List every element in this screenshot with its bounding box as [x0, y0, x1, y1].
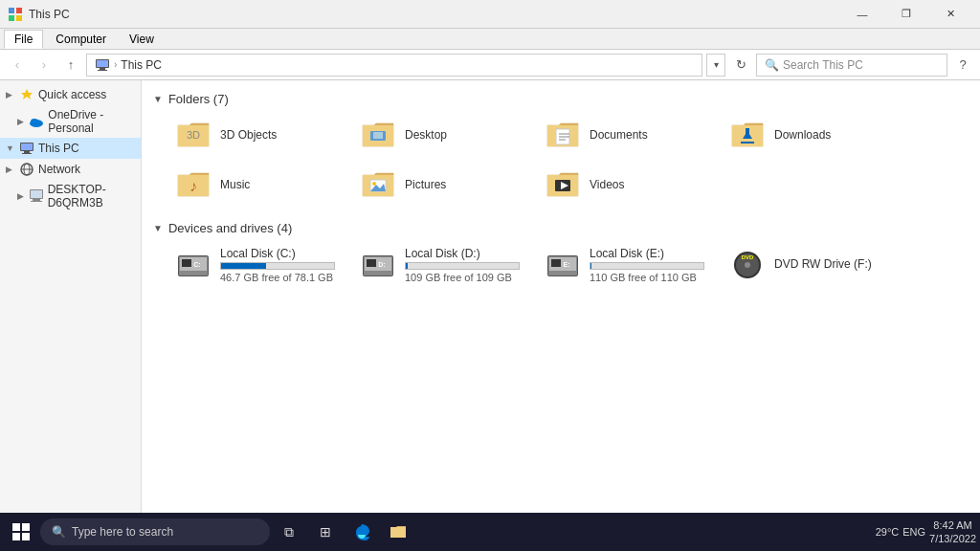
- folder-icon-pictures: [359, 167, 397, 202]
- forward-button[interactable]: ›: [33, 54, 56, 77]
- drives-chevron[interactable]: ▼: [153, 223, 163, 233]
- title-text: This PC: [29, 8, 70, 21]
- folders-section-header: ▼ Folders (7): [153, 92, 969, 106]
- ribbon: File Computer View: [0, 29, 980, 50]
- taskbar-system-tray: 29°C ENG 8:42 AM 7/13/2022: [876, 518, 976, 546]
- address-path[interactable]: › This PC: [86, 54, 702, 77]
- expand-arrow-net: ▶: [6, 165, 15, 174]
- task-view-button[interactable]: ⧉: [272, 515, 306, 549]
- svg-rect-13: [24, 151, 30, 153]
- drive-info-d: Local Disk (D:) 109 GB free of 109 GB: [405, 247, 524, 283]
- sidebar-item-onedrive[interactable]: ▶ OneDrive - Personal: [0, 105, 141, 138]
- tab-view[interactable]: View: [119, 30, 165, 49]
- svg-rect-30: [746, 128, 749, 138]
- up-button[interactable]: ↑: [59, 54, 82, 77]
- drive-info-f: DVD RW Drive (F:): [774, 257, 894, 273]
- expand-arrow-pc: ▼: [6, 143, 15, 153]
- sidebar-item-network[interactable]: ▶ Network: [0, 159, 141, 180]
- title-controls: — ❐ ✕: [840, 0, 972, 29]
- path-dropdown[interactable]: ▾: [706, 54, 725, 77]
- drive-free-e: 110 GB free of 110 GB: [590, 272, 709, 283]
- drive-free-d: 109 GB free of 109 GB: [405, 272, 524, 283]
- svg-rect-56: [557, 275, 568, 276]
- taskbar-search-text: Type here to search: [72, 525, 173, 539]
- taskbar-date-display: 7/13/2022: [929, 532, 976, 545]
- folder-item-desktop[interactable]: Desktop: [353, 114, 530, 156]
- drive-icon-d: D:: [359, 248, 397, 282]
- svg-rect-0: [9, 8, 14, 13]
- folder-icon-videos: [544, 167, 582, 202]
- back-button[interactable]: ‹: [6, 54, 29, 77]
- close-button[interactable]: ✕: [928, 0, 972, 29]
- tab-computer[interactable]: Computer: [45, 30, 117, 49]
- svg-rect-6: [100, 68, 105, 70]
- taskbar-search-box[interactable]: 🔍 Type here to search: [40, 518, 270, 545]
- folder-name-downloads: Downloads: [774, 128, 831, 142]
- folder-item-music[interactable]: ♪ Music: [168, 164, 345, 206]
- folder-taskbar: [389, 522, 408, 541]
- svg-text:DVD: DVD: [742, 254, 754, 260]
- taskbar-clock: 8:42 AM 7/13/2022: [929, 518, 976, 546]
- sidebar-item-quick-access[interactable]: ▶ Quick access: [0, 84, 141, 105]
- sidebar-label-desktop-pc: DESKTOP-D6QRM3B: [48, 183, 135, 209]
- sidebar: ▶ Quick access ▶ OneDrive - Personal ▼ T…: [0, 80, 142, 528]
- drive-name-e: Local Disk (E:): [590, 247, 709, 260]
- edge-icon[interactable]: [345, 515, 379, 549]
- expand-arrow-desk: ▶: [17, 191, 25, 201]
- help-button[interactable]: ?: [951, 54, 974, 77]
- svg-rect-64: [22, 533, 30, 540]
- svg-rect-50: [372, 275, 384, 276]
- taskbar-search-icon: 🔍: [52, 525, 66, 539]
- expand-arrow: ▶: [6, 90, 15, 99]
- start-button[interactable]: [4, 515, 38, 549]
- svg-rect-5: [97, 60, 108, 67]
- search-placeholder: Search This PC: [783, 58, 863, 72]
- svg-rect-2: [9, 15, 14, 21]
- tab-file[interactable]: File: [4, 30, 43, 49]
- onedrive-icon: [29, 114, 44, 129]
- svg-point-34: [372, 182, 376, 186]
- drive-item-c[interactable]: C: Local Disk (C:) 46.7 GB free of 78.1 …: [168, 243, 345, 287]
- file-explorer-icon[interactable]: [381, 515, 415, 549]
- svg-text:C:: C:: [193, 261, 200, 268]
- maximize-button[interactable]: ❐: [884, 0, 928, 29]
- svg-rect-21: [31, 201, 42, 202]
- svg-rect-31: [741, 142, 754, 143]
- taskbar-temp: 29°C: [876, 526, 900, 538]
- svg-rect-12: [21, 143, 33, 150]
- refresh-button[interactable]: ↻: [729, 54, 752, 77]
- folder-item-downloads[interactable]: Downloads: [723, 114, 900, 156]
- folder-icon-music: ♪: [174, 167, 212, 202]
- folders-chevron[interactable]: ▼: [153, 94, 163, 104]
- widgets-button[interactable]: ⊞: [308, 515, 343, 549]
- folder-item-pictures[interactable]: Pictures: [353, 164, 530, 206]
- minimize-button[interactable]: —: [840, 0, 884, 29]
- quick-access-icon: [19, 87, 34, 102]
- folder-icon-desktop: [359, 118, 397, 152]
- drive-item-f[interactable]: DVD DVD RW Drive (F:): [723, 243, 900, 287]
- folder-name-music: Music: [220, 178, 250, 191]
- sidebar-item-this-pc[interactable]: ▼ This PC: [0, 138, 141, 159]
- svg-rect-61: [12, 523, 20, 531]
- search-icon: 🔍: [765, 58, 779, 72]
- drive-item-e[interactable]: E: Local Disk (E:) 110 GB free of 110 GB: [538, 243, 715, 287]
- edge-logo: [352, 522, 371, 541]
- drives-section-header: ▼ Devices and drives (4): [153, 221, 969, 235]
- folder-item-videos[interactable]: Videos: [538, 164, 715, 206]
- search-box[interactable]: 🔍 Search This PC: [756, 54, 947, 77]
- sidebar-item-desktop-pc[interactable]: ▶ DESKTOP-D6QRM3B: [0, 180, 141, 212]
- folder-item-documents[interactable]: Documents: [538, 114, 715, 156]
- folder-item-3dobjects[interactable]: 3D 3D Objects: [168, 114, 345, 156]
- svg-rect-14: [22, 153, 32, 154]
- svg-rect-42: [182, 259, 191, 267]
- folder-name-documents: Documents: [590, 128, 648, 142]
- svg-text:3D: 3D: [187, 129, 200, 141]
- path-separator: ›: [114, 59, 117, 70]
- drive-item-d[interactable]: D: Local Disk (D:) 109 GB free of 109 GB: [353, 243, 530, 287]
- drive-free-c: 46.7 GB free of 78.1 GB: [220, 272, 340, 283]
- drive-name-f: DVD RW Drive (F:): [774, 257, 894, 271]
- taskbar-lang: ENG: [902, 526, 925, 538]
- svg-rect-54: [551, 259, 561, 267]
- folders-section-title: Folders (7): [168, 92, 229, 106]
- folder-name-desktop: Desktop: [405, 128, 447, 142]
